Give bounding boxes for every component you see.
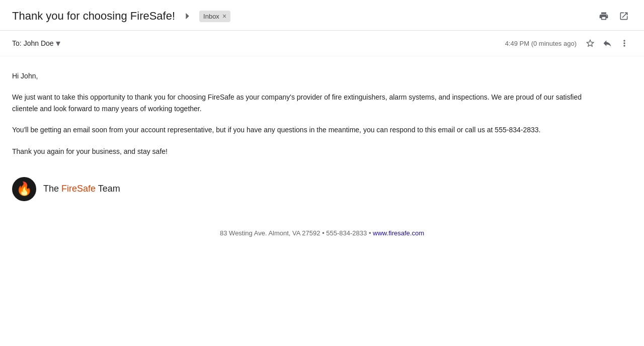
forward-arrow-icon[interactable] xyxy=(180,9,194,23)
inbox-badge: Inbox × xyxy=(199,11,230,22)
footer-bullet-1: • xyxy=(322,229,325,237)
footer-phone: 555-834-2833 xyxy=(326,229,367,237)
signature-brand: FireSafe xyxy=(61,184,96,194)
print-icon[interactable] xyxy=(596,8,612,24)
footer-bullet-2: • xyxy=(369,229,371,237)
signature-prefix: The xyxy=(43,184,61,194)
to-label: To: xyxy=(12,39,22,47)
chevron-down-icon[interactable]: ▾ xyxy=(56,38,60,49)
email-signature: 🔥 The FireSafe Team xyxy=(0,167,644,209)
flame-emoji: 🔥 xyxy=(16,181,32,197)
star-icon[interactable] xyxy=(583,36,598,51)
external-link-icon[interactable] xyxy=(616,8,632,24)
email-paragraph-2: You'll be getting an email soon from you… xyxy=(12,124,591,135)
header-actions xyxy=(596,8,632,24)
email-subject: Thank you for choosing FireSafe! xyxy=(12,10,175,23)
inbox-badge-close[interactable]: × xyxy=(222,13,226,20)
email-greeting: Hi John, xyxy=(12,70,591,81)
signature-name: The FireSafe Team xyxy=(43,184,120,194)
inbox-badge-label: Inbox xyxy=(203,13,219,20)
reply-icon[interactable] xyxy=(600,36,615,51)
signature-suffix: Team xyxy=(96,184,120,194)
email-paragraph-3: Thank you again for your business, and s… xyxy=(12,146,591,157)
more-options-icon[interactable] xyxy=(617,36,632,51)
email-body: Hi John, We just want to take this oppor… xyxy=(0,56,644,167)
email-paragraph-1: We just want to take this opportunity to… xyxy=(12,92,591,114)
email-footer: 83 Westing Ave. Almont, VA 27592 • 555-8… xyxy=(0,209,644,247)
email-timestamp: 4:49 PM (0 minutes ago) xyxy=(505,40,577,47)
firesafe-logo: 🔥 xyxy=(12,177,36,201)
to-action-icons xyxy=(583,36,632,51)
footer-website-link[interactable]: www.firesafe.com xyxy=(373,229,424,237)
footer-address: 83 Westing Ave. Almont, VA 27592 xyxy=(220,229,320,237)
to-row: To: John Doe ▾ 4:49 PM (0 minutes ago) xyxy=(0,31,644,56)
email-header: Thank you for choosing FireSafe! Inbox × xyxy=(0,0,644,31)
recipient-name: John Doe xyxy=(24,39,54,47)
